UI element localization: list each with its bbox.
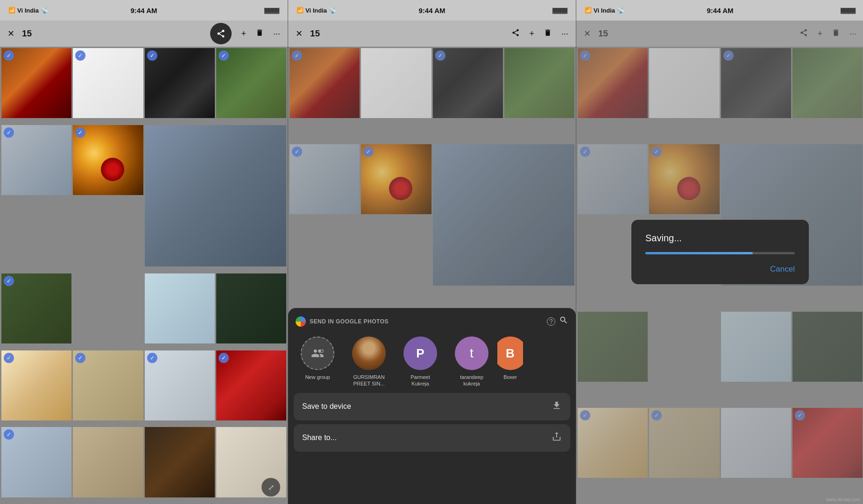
photo-cell-11[interactable]: ✓: [1, 350, 71, 420]
pg2-cell-6: ✓: [361, 144, 431, 214]
toolbar-3: ✕ 15 + ···: [576, 21, 863, 47]
selection-count-3: 15: [598, 28, 608, 39]
saving-dialog: Saving... Cancel: [631, 220, 809, 284]
check-11: ✓: [4, 353, 14, 363]
pg2-cell-3: ✓: [433, 48, 503, 118]
time-1: 9:44 AM: [131, 7, 157, 14]
cancel-button[interactable]: Cancel: [770, 265, 795, 273]
toolbar-2: ✕ 15 + ···: [288, 21, 576, 47]
contact-parmeet[interactable]: P ParmeetKukreja: [395, 336, 446, 387]
upload-svg-icon: [552, 432, 562, 442]
more-button-2[interactable]: ···: [561, 29, 568, 39]
toolbar-right-2: + ···: [511, 28, 568, 39]
close-button-2[interactable]: ✕: [296, 28, 303, 39]
pg3-cell-5: ✓: [578, 144, 648, 214]
selection-count-1: 15: [22, 28, 32, 39]
check-5: ✓: [4, 127, 14, 138]
more-button-1[interactable]: ···: [273, 29, 280, 39]
toolbar-right-1: + ···: [210, 23, 280, 44]
upload-icon: [552, 432, 562, 444]
photo-cell-17[interactable]: [145, 427, 215, 497]
photo-cell-2[interactable]: ✓: [73, 48, 143, 118]
share-icon-1: [216, 29, 226, 38]
more-button-3: ···: [849, 29, 856, 39]
photo-cell-13[interactable]: ✓: [145, 350, 215, 420]
photo-cell-6-large[interactable]: ✓: [73, 125, 143, 195]
share-sheet: SEND IN GOOGLE PHOTOS ?: [288, 308, 576, 504]
battery-icon-2: ▓▓▓▓: [552, 7, 567, 13]
delete-button-2[interactable]: [544, 28, 552, 39]
photo-cell-10[interactable]: [216, 273, 286, 343]
share-icon-2: [511, 28, 520, 37]
parmeet-label: ParmeetKukreja: [410, 374, 430, 387]
photo-cell-7[interactable]: [145, 125, 287, 267]
battery-icon-1: ▓▓▓▓: [264, 7, 279, 13]
add-button-2[interactable]: +: [529, 29, 534, 39]
save-to-device-label: Save to device: [302, 402, 351, 411]
share-to-button[interactable]: Share to...: [294, 424, 570, 452]
new-group-label: New group: [305, 374, 330, 380]
photo-cell-4[interactable]: ✓: [216, 48, 286, 118]
pg3-cell-6: ✓: [649, 144, 719, 214]
gursimran-label: GURSIMRANPREET SIN...: [353, 374, 384, 387]
check-15: ✓: [4, 429, 14, 440]
selection-count-2: 15: [310, 28, 320, 39]
check-1: ✓: [4, 50, 14, 61]
status-bar-right-1: ▓▓▓▓: [264, 7, 279, 13]
pg3-cell-9: [721, 312, 791, 382]
pg3-cell-1: ✓: [578, 48, 648, 118]
share-title: SEND IN GOOGLE PHOTOS: [310, 318, 543, 325]
check-12: ✓: [75, 353, 85, 363]
wifi-icon-3: 📡: [617, 7, 624, 14]
pg3-cell-8: [578, 312, 648, 382]
delete-button-1[interactable]: [255, 28, 264, 39]
google-photos-logo: [296, 316, 306, 327]
pg3-cell-2: [649, 48, 719, 118]
add-button-1[interactable]: +: [241, 29, 246, 39]
share-search-button[interactable]: [559, 315, 568, 327]
tarandeep-avatar: t: [455, 336, 488, 370]
pg3-cell-14: ✓: [792, 408, 863, 478]
share-actions: Save to device Share to...: [288, 393, 576, 452]
help-icon[interactable]: ?: [547, 317, 555, 326]
status-bar-left-3: 📶 Vi India 📡: [585, 7, 624, 14]
photo-cell-9[interactable]: [145, 273, 215, 343]
progress-bar-fill: [645, 252, 753, 254]
check-13: ✓: [147, 353, 157, 363]
contact-boxer[interactable]: B Boxer: [497, 336, 523, 387]
boxer-label: Boxer: [503, 374, 517, 380]
photo-cell-14[interactable]: ✓: [216, 350, 286, 420]
photo-cell-15[interactable]: ✓: [1, 427, 71, 497]
check-3: ✓: [147, 50, 157, 61]
status-bar-1: 📶 Vi India 📡 9:44 AM ▓▓▓▓: [0, 0, 288, 21]
pg3-cell-3: ✓: [721, 48, 791, 118]
share-to-label: Share to...: [302, 434, 337, 442]
toolbar-left-1: ✕ 15: [7, 28, 32, 39]
share-contacts-row: New group GURSIMRANPREET SIN... P Parmee…: [288, 331, 576, 393]
photo-cell-16[interactable]: [73, 427, 143, 497]
wifi-icon-2: 📡: [329, 7, 336, 14]
contact-gursimran[interactable]: GURSIMRANPREET SIN...: [343, 336, 395, 387]
pg3-cell-4: [792, 48, 863, 118]
toolbar-left-3: ✕ 15: [584, 28, 608, 39]
contact-tarandeep[interactable]: t tarandeepkukreja: [446, 336, 497, 387]
search-icon: [559, 315, 568, 325]
photo-cell-8[interactable]: ✓: [1, 273, 71, 343]
share-icon-3: [799, 28, 808, 37]
photo-cell-12[interactable]: ✓: [73, 350, 143, 420]
share-button-1[interactable]: [210, 23, 232, 44]
photo-cell-5[interactable]: ✓: [1, 125, 71, 195]
status-bar-left-2: 📶 Vi India 📡: [297, 7, 336, 14]
share-button-2[interactable]: [511, 28, 520, 39]
pg3-cell-11: ✓: [578, 408, 648, 478]
contact-new-group[interactable]: New group: [292, 336, 343, 387]
wifi-icon-1: 📡: [41, 7, 48, 14]
trash-icon-2: [544, 28, 552, 37]
save-to-device-button[interactable]: Save to device: [294, 393, 570, 420]
fullscreen-button-1[interactable]: ⤢: [262, 478, 280, 497]
pg2-cell-1: ✓: [290, 48, 360, 118]
photo-cell-1[interactable]: ✓: [1, 48, 71, 118]
panel-3: 📶 Vi India 📡 9:44 AM ▓▓▓▓ ✕ 15 +: [576, 0, 863, 504]
photo-cell-3[interactable]: ✓: [145, 48, 215, 118]
close-button-1[interactable]: ✕: [7, 28, 14, 39]
